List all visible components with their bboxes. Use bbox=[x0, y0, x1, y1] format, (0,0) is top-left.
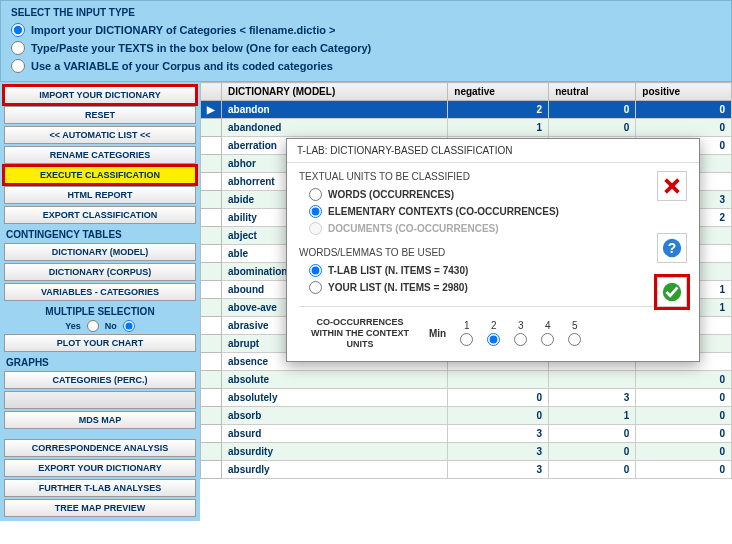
mds-map-button[interactable]: MDS MAP bbox=[4, 411, 196, 429]
co-min-1[interactable]: 1 bbox=[460, 320, 473, 346]
table-row[interactable]: ▶abandon200 bbox=[201, 101, 732, 119]
co-min-3[interactable]: 3 bbox=[514, 320, 527, 346]
opt-documents: DOCUMENTS (CO-OCCURRENCES) bbox=[299, 220, 687, 237]
table-row[interactable]: abandoned100 bbox=[201, 119, 732, 137]
export-dictionary-button[interactable]: EXPORT YOUR DICTIONARY bbox=[4, 459, 196, 477]
co-min-2[interactable]: 2 bbox=[487, 320, 500, 346]
classification-dialog: T-LAB: DICTIONARY-BASED CLASSIFICATION ?… bbox=[286, 138, 700, 362]
input-type-title: SELECT THE INPUT TYPE bbox=[11, 7, 721, 18]
import-dictionary-button[interactable]: IMPORT YOUR DICTIONARY bbox=[4, 86, 196, 104]
multi-sel-no-radio[interactable] bbox=[123, 320, 135, 332]
rename-categories-button[interactable]: RENAME CATEGORIES bbox=[4, 146, 196, 164]
export-classification-button[interactable]: EXPORT CLASSIFICATION bbox=[4, 206, 196, 224]
reset-button[interactable]: RESET bbox=[4, 106, 196, 124]
col-dictionary[interactable]: DICTIONARY (MODEL) bbox=[222, 83, 448, 101]
graphs-dropdown[interactable] bbox=[4, 391, 196, 409]
opt-words[interactable]: WORDS (OCCURRENCES) bbox=[299, 186, 687, 203]
variables-categories-button[interactable]: VARIABLES - CATEGORIES bbox=[4, 283, 196, 301]
close-icon bbox=[661, 175, 683, 197]
dictionary-corpus-button[interactable]: DICTIONARY (CORPUS) bbox=[4, 263, 196, 281]
table-row[interactable]: absurd300 bbox=[201, 425, 732, 443]
graphs-label: GRAPHS bbox=[4, 354, 196, 369]
min-label: Min bbox=[429, 328, 446, 339]
further-analyses-button[interactable]: FURTHER T-LAB ANALYSES bbox=[4, 479, 196, 497]
sidebar: IMPORT YOUR DICTIONARY RESET << AUTOMATI… bbox=[0, 82, 200, 521]
check-icon bbox=[661, 281, 683, 303]
opt-tlab-list[interactable]: T-LAB LIST (N. ITEMS = 7430) bbox=[299, 262, 687, 279]
dialog-close-button[interactable] bbox=[657, 171, 687, 201]
correspondence-analysis-button[interactable]: CORRESPONDENCE ANALYSIS bbox=[4, 439, 196, 457]
co-occurrence-label: CO-OCCURRENCES WITHIN THE CONTEXT UNITS bbox=[305, 317, 415, 349]
dialog-title: T-LAB: DICTIONARY-BASED CLASSIFICATION bbox=[287, 139, 699, 163]
multiple-selection-label: MULTIPLE SELECTION bbox=[4, 303, 196, 318]
dialog-ok-button[interactable] bbox=[657, 277, 687, 307]
col-negative[interactable]: negative bbox=[448, 83, 549, 101]
content-area: DICTIONARY (MODEL) negative neutral posi… bbox=[200, 82, 732, 521]
contingency-tables-label: CONTINGENCY TABLES bbox=[4, 226, 196, 241]
execute-classification-button[interactable]: EXECUTE CLASSIFICATION bbox=[4, 166, 196, 184]
table-row[interactable]: absurdity300 bbox=[201, 443, 732, 461]
co-min-4[interactable]: 4 bbox=[541, 320, 554, 346]
input-type-option-2[interactable]: Use a VARIABLE of your Corpus and its co… bbox=[11, 57, 721, 75]
dialog-help-button[interactable]: ? bbox=[657, 233, 687, 263]
col-neutral[interactable]: neutral bbox=[549, 83, 636, 101]
multi-sel-yes-radio[interactable] bbox=[87, 320, 99, 332]
words-lemmas-heading: WORDS/LEMMAS TO BE USED bbox=[299, 247, 687, 258]
table-row[interactable]: absolutely030 bbox=[201, 389, 732, 407]
table-row[interactable]: absorb010 bbox=[201, 407, 732, 425]
col-positive[interactable]: positive bbox=[636, 83, 732, 101]
table-row[interactable]: absolute0 bbox=[201, 371, 732, 389]
categories-perc-button[interactable]: CATEGORIES (PERC.) bbox=[4, 371, 196, 389]
table-row[interactable]: absurdly300 bbox=[201, 461, 732, 479]
html-report-button[interactable]: HTML REPORT bbox=[4, 186, 196, 204]
co-min-5[interactable]: 5 bbox=[568, 320, 581, 346]
help-icon: ? bbox=[661, 237, 683, 259]
textual-units-heading: TEXTUAL UNITS TO BE CLASSIFIED bbox=[299, 171, 687, 182]
svg-text:?: ? bbox=[668, 241, 676, 256]
tree-map-preview-button[interactable]: TREE MAP PREVIEW bbox=[4, 499, 196, 517]
plot-chart-button[interactable]: PLOT YOUR CHART bbox=[4, 334, 196, 352]
input-type-option-0[interactable]: Import your DICTIONARY of Categories < f… bbox=[11, 21, 721, 39]
input-type-option-1[interactable]: Type/Paste your TEXTS in the box below (… bbox=[11, 39, 721, 57]
co-occurrence-row: CO-OCCURRENCES WITHIN THE CONTEXT UNITS … bbox=[299, 313, 687, 353]
automatic-list-button[interactable]: << AUTOMATIC LIST << bbox=[4, 126, 196, 144]
opt-elementary-contexts[interactable]: ELEMENTARY CONTEXTS (CO-OCCURRENCES) bbox=[299, 203, 687, 220]
dictionary-model-button[interactable]: DICTIONARY (MODEL) bbox=[4, 243, 196, 261]
opt-your-list[interactable]: YOUR LIST (N. ITEMS = 2980) bbox=[299, 279, 687, 296]
multiple-selection-row: Yes No bbox=[4, 320, 196, 332]
input-type-panel: SELECT THE INPUT TYPE Import your DICTIO… bbox=[0, 0, 732, 82]
